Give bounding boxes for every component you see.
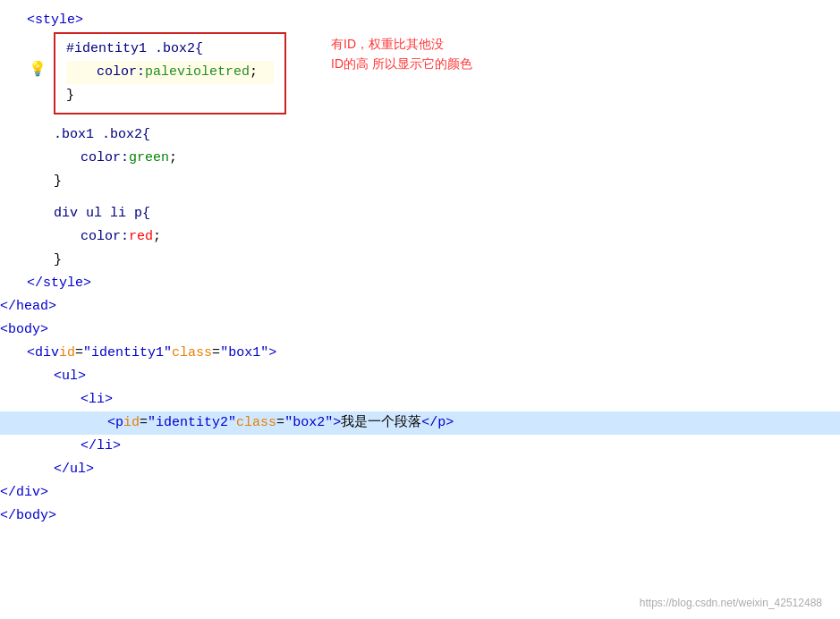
code-text: #identity1 .box2{ xyxy=(66,38,203,60)
code-line: div ul li p{ xyxy=(0,202,840,225)
code-line: < div id = "identity1" class = "box1" > xyxy=(0,342,840,365)
code-line: <ul> xyxy=(0,365,840,388)
code-text: <ul> xyxy=(54,366,86,387)
code-text: p xyxy=(115,412,123,434)
code-line xyxy=(0,193,840,202)
code-line: } xyxy=(0,170,840,193)
code-line: </li> xyxy=(0,435,840,458)
code-text: "identity1" xyxy=(83,343,172,364)
bulb-icon: 💡 xyxy=(29,59,47,82)
code-text: <li> xyxy=(81,389,113,411)
code-text: <style> xyxy=(27,10,83,31)
code-text: "identity2" xyxy=(148,412,236,434)
code-block: <style> #identity1 .box2{ color: palevio… xyxy=(0,9,840,528)
code-text: ; xyxy=(169,148,177,169)
code-line: </head> xyxy=(0,295,840,318)
code-text: color: xyxy=(81,148,129,169)
code-line: } xyxy=(66,84,274,107)
code-text: </li> xyxy=(81,436,121,457)
code-text: < xyxy=(107,412,115,434)
code-line: <body> xyxy=(0,318,840,342)
code-line: <style> xyxy=(0,9,840,32)
code-text: palevioletred xyxy=(145,62,250,83)
code-text: ; xyxy=(250,62,258,83)
code-text: color: xyxy=(81,226,129,248)
code-line: </ul> xyxy=(0,458,840,481)
code-text: "box1" xyxy=(220,343,268,364)
code-text: .box1 .box2{ xyxy=(54,124,150,146)
code-line: color: green ; xyxy=(0,147,840,170)
code-text: <body> xyxy=(0,319,48,341)
code-text: id xyxy=(59,343,75,364)
watermark: https://blog.csdn.net/weixin_42512488 xyxy=(640,595,822,612)
annotation-line1: 有ID，权重比其他没 xyxy=(331,34,472,54)
code-line: color: red ; xyxy=(0,225,840,249)
page-container: <style> #identity1 .box2{ color: palevio… xyxy=(0,0,840,619)
code-text: </ul> xyxy=(54,459,94,480)
code-text: </p> xyxy=(421,412,454,434)
code-text: class xyxy=(172,343,212,364)
annotation-line2: ID的高 所以显示它的颜色 xyxy=(331,54,472,73)
code-text: red xyxy=(129,226,153,248)
code-text: } xyxy=(66,85,74,106)
code-text: = xyxy=(276,412,284,434)
code-text: div ul li p{ xyxy=(54,203,150,225)
code-text: </style> xyxy=(27,273,91,294)
code-text: green xyxy=(129,148,169,169)
code-text: > xyxy=(333,412,341,434)
code-line: </div> xyxy=(0,481,840,505)
code-text: id xyxy=(123,412,140,434)
code-text: "box2" xyxy=(284,412,333,434)
code-text: } xyxy=(54,250,62,271)
code-line: .box1 .box2{ xyxy=(0,123,840,147)
code-text: 我是一个段落 xyxy=(341,412,421,434)
code-line: < p id = "identity2" class = "box2" > 我是… xyxy=(0,411,840,435)
code-text: div xyxy=(35,343,59,364)
code-text: </head> xyxy=(0,296,56,318)
code-text: } xyxy=(54,171,62,192)
annotation: 有ID，权重比其他没 ID的高 所以显示它的颜色 xyxy=(331,34,472,74)
code-line xyxy=(0,114,840,123)
code-text: ; xyxy=(153,226,161,248)
code-line: #identity1 .box2{ xyxy=(66,38,274,61)
code-line: <li> xyxy=(0,388,840,411)
code-text: class xyxy=(236,412,276,434)
code-text: color: xyxy=(97,62,145,83)
code-text: > xyxy=(268,343,276,364)
code-text: = xyxy=(212,343,220,364)
code-line: } xyxy=(0,249,840,272)
code-line-highlighted: color: palevioletred ; xyxy=(66,61,274,84)
code-text: < xyxy=(27,343,35,364)
code-line: </style> xyxy=(0,272,840,295)
code-text: = xyxy=(75,343,83,364)
code-line: </body> xyxy=(0,505,840,528)
code-text: </body> xyxy=(0,505,56,527)
code-text: </div> xyxy=(0,482,48,504)
code-text: = xyxy=(140,412,148,434)
